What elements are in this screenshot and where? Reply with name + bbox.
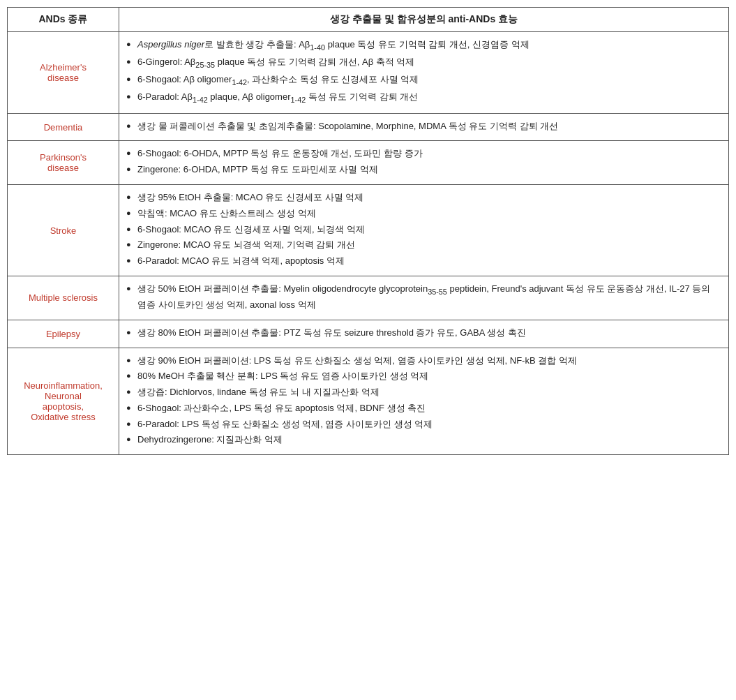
list-item: 6-Shogaol: MCAO 유도 신경세포 사멸 억제, 뇌경색 억제 (126, 223, 721, 237)
table-row-epilepsy: Epilepsy생강 80% EtOH 퍼콜레이션 추출물: PTZ 독성 유도… (8, 320, 729, 348)
list-item: 6-Paradol: LPS 독성 유도 산화질소 생성 억제, 염증 사이토카… (126, 417, 721, 432)
list-item: Dehydrozingerone: 지질과산화 억제 (126, 433, 721, 447)
table-row-stroke: Stroke생강 95% EtOH 추출물: MCAO 유도 신경세포 사멸 억… (8, 185, 729, 276)
list-item: 6-Shogaol: 과산화수소, LPS 독성 유도 apoptosis 억제… (126, 401, 721, 416)
row-label-multiple-sclerosis: Multiple sclerosis (8, 276, 119, 320)
list-item: 80% MeOH 추출물 헥산 분획: LPS 독성 유도 염증 사이토카인 생… (126, 369, 721, 384)
list-item: 6-Shogaol: 6-OHDA, MPTP 독성 유도 운동장애 개선, 도… (126, 147, 721, 161)
list-item: 6-Paradol: Aβ1-42 plaque, Aβ oligomer1-4… (126, 90, 721, 106)
table-row-dementia: Dementia생강 물 퍼콜레이션 추출물 및 초임계추출물: Scopola… (8, 113, 729, 141)
italic-text: Aspergillus niger (137, 39, 204, 50)
ands-table: ANDs 종류 생강 추출물 및 함유성분의 anti-ANDs 효능 Alzh… (7, 7, 729, 455)
row-content-dementia: 생강 물 퍼콜레이션 추출물 및 초임계추출물: Scopolamine, Mo… (119, 113, 729, 141)
header-col1: ANDs 종류 (8, 8, 119, 32)
header-col2: 생강 추출물 및 함유성분의 anti-ANDs 효능 (119, 8, 729, 32)
table-row-alzheimers: Alzheimer'sdiseaseAspergillus niger로 발효한… (8, 32, 729, 114)
list-item: 생강 90% EtOH 퍼콜레이션: LPS 독성 유도 산화질소 생성 억제,… (126, 354, 721, 368)
row-label-parkinsons: Parkinson'sdisease (8, 141, 119, 185)
row-content-neuroinflammation: 생강 90% EtOH 퍼콜레이션: LPS 독성 유도 산화질소 생성 억제,… (119, 348, 729, 455)
row-label-dementia: Dementia (8, 113, 119, 141)
row-content-stroke: 생강 95% EtOH 추출물: MCAO 유도 신경세포 사멸 억제약침액: … (119, 185, 729, 276)
row-label-stroke: Stroke (8, 185, 119, 276)
table-row-parkinsons: Parkinson'sdisease6-Shogaol: 6-OHDA, MPT… (8, 141, 729, 185)
subscript: 1-42 (193, 95, 208, 103)
row-label-alzheimers: Alzheimer'sdisease (8, 32, 119, 114)
subscript: 25-35 (195, 61, 215, 69)
list-item: 6-Paradol: MCAO 유도 뇌경색 억제, apoptosis 억제 (126, 254, 721, 269)
subscript: 1-40 (310, 43, 325, 52)
list-item: 생강 95% EtOH 추출물: MCAO 유도 신경세포 사멸 억제 (126, 191, 721, 205)
row-label-epilepsy: Epilepsy (8, 320, 119, 348)
list-item: 생강 물 퍼콜레이션 추출물 및 초임계추출물: Scopolamine, Mo… (126, 119, 721, 134)
list-item: 생강 50% EtOH 퍼콜레이션 추출물: Myelin oligodendr… (126, 282, 721, 313)
subscript: 35-55 (428, 288, 447, 296)
row-label-neuroinflammation: Neuroinflammation,Neuronalapoptosis,Oxid… (8, 348, 119, 455)
list-item: 6-Gingerol: Aβ25-35 plaque 독성 유도 기억력 감퇴 … (126, 55, 721, 71)
list-item: Zingerone: MCAO 유도 뇌경색 억제, 기억력 감퇴 개선 (126, 238, 721, 253)
list-item: 생강즙: Dichlorvos, lindane 독성 유도 뇌 내 지질과산화… (126, 385, 721, 400)
subscript: 1-42 (291, 95, 306, 103)
row-content-parkinsons: 6-Shogaol: 6-OHDA, MPTP 독성 유도 운동장애 개선, 도… (119, 141, 729, 185)
subscript: 1-42 (232, 77, 247, 86)
row-content-epilepsy: 생강 80% EtOH 퍼콜레이션 추출물: PTZ 독성 유도 seizure… (119, 320, 729, 348)
list-item: Aspergillus niger로 발효한 생강 추출물: Aβ1-40 pl… (126, 38, 721, 54)
list-item: 6-Shogaol: Aβ oligomer1-42, 과산화수소 독성 유도 … (126, 73, 721, 89)
row-content-multiple-sclerosis: 생강 50% EtOH 퍼콜레이션 추출물: Myelin oligodendr… (119, 276, 729, 320)
table-row-neuroinflammation: Neuroinflammation,Neuronalapoptosis,Oxid… (8, 348, 729, 455)
list-item: 생강 80% EtOH 퍼콜레이션 추출물: PTZ 독성 유도 seizure… (126, 326, 721, 341)
list-item: 약침액: MCAO 유도 산화스트레스 생성 억제 (126, 207, 721, 221)
table-row-multiple-sclerosis: Multiple sclerosis생강 50% EtOH 퍼콜레이션 추출물:… (8, 276, 729, 320)
list-item: Zingerone: 6-OHDA, MPTP 독성 유도 도파민세포 사멸 억… (126, 163, 721, 177)
row-content-alzheimers: Aspergillus niger로 발효한 생강 추출물: Aβ1-40 pl… (119, 32, 729, 114)
